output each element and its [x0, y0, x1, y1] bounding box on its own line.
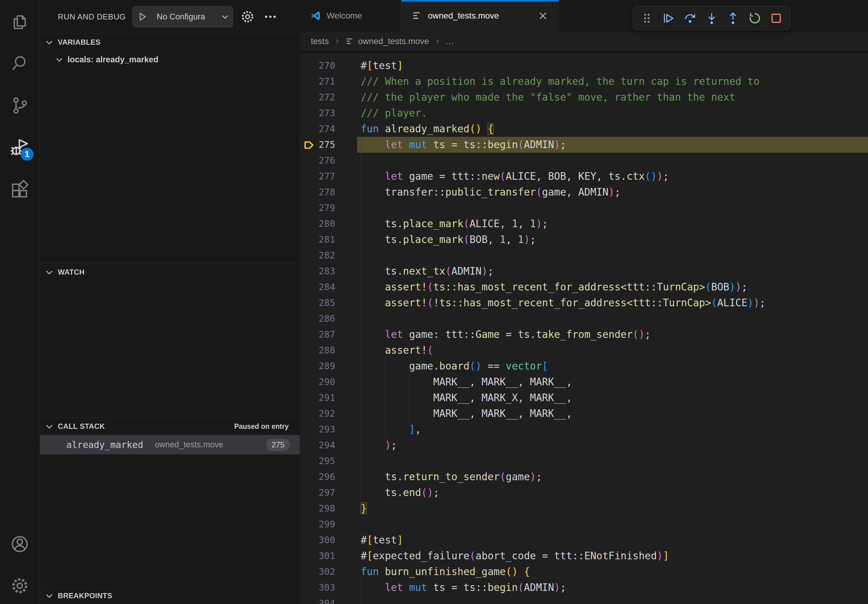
code-line-text[interactable]: ts.place_mark(BOB, 1, 1); [335, 232, 868, 248]
breakpoint-gutter[interactable] [300, 216, 317, 232]
start-debug-icon[interactable] [133, 12, 152, 22]
code-line-text[interactable] [335, 153, 868, 169]
watch-section-header[interactable]: WATCH [40, 264, 299, 281]
line-number[interactable]: 279 [317, 200, 335, 216]
breakpoint-gutter[interactable] [300, 105, 317, 121]
code-line-text[interactable]: ts.next_tx(ADMIN); [335, 263, 868, 279]
more-actions-icon[interactable] [263, 9, 277, 24]
line-number[interactable]: 286 [317, 311, 335, 327]
code-line-text[interactable]: MARK__, MARK__, MARK__, [335, 374, 868, 390]
code-line-text[interactable]: MARK__, MARK_X, MARK__, [335, 390, 868, 406]
code-line-text[interactable]: assert!(ts::has_most_recent_for_address<… [335, 279, 868, 295]
step-over-icon[interactable] [679, 9, 701, 28]
code-line-text[interactable]: let mut ts = ts::begin(ADMIN); [335, 580, 868, 595]
line-number[interactable]: 280 [317, 216, 335, 232]
variables-scope-locals[interactable]: locals: already_marked [40, 51, 299, 68]
line-number[interactable]: 288 [317, 342, 335, 358]
breakpoints-section-header[interactable]: BREAKPOINTS [40, 587, 299, 604]
breakpoint-gutter[interactable] [300, 595, 317, 604]
code-line-text[interactable] [335, 595, 868, 604]
line-number[interactable]: 271 [317, 74, 335, 90]
stack-frame-row[interactable]: already_marked owned_tests.move 275 [40, 435, 299, 454]
search-icon[interactable] [10, 54, 30, 74]
line-number[interactable]: 297 [317, 485, 335, 500]
line-number[interactable]: 287 [317, 327, 335, 342]
gripper-icon[interactable] [636, 9, 658, 28]
breakpoint-gutter[interactable] [300, 153, 317, 169]
code-line-text[interactable]: fun already_marked() { [335, 121, 868, 137]
tab-welcome[interactable]: Welcome [300, 0, 401, 32]
account-icon[interactable] [10, 534, 30, 554]
line-number[interactable]: 289 [317, 358, 335, 374]
breadcrumb-file[interactable]: owned_tests.move [345, 37, 429, 46]
line-number[interactable]: 299 [317, 516, 335, 532]
line-number[interactable]: 292 [317, 406, 335, 421]
debug-current-line-arrow-icon[interactable] [300, 137, 317, 153]
breakpoint-gutter[interactable] [300, 437, 317, 453]
breakpoint-gutter[interactable] [300, 406, 317, 421]
breakpoint-gutter[interactable] [300, 564, 317, 580]
code-line-text[interactable]: MARK__, MARK__, MARK__, [335, 406, 868, 421]
breakpoint-gutter[interactable] [300, 184, 317, 200]
stop-icon[interactable] [765, 9, 787, 28]
breakpoint-gutter[interactable] [300, 74, 317, 90]
breakpoint-gutter[interactable] [300, 327, 317, 342]
code-line-text[interactable]: } [335, 500, 868, 516]
variables-section-header[interactable]: VARIABLES [40, 34, 299, 51]
line-number[interactable]: 277 [317, 169, 335, 184]
breakpoint-gutter[interactable] [300, 532, 317, 548]
explorer-icon[interactable] [10, 12, 30, 32]
code-line-text[interactable]: ts.return_to_sender(game); [335, 469, 868, 485]
settings-gear-icon[interactable] [10, 576, 30, 596]
line-number[interactable]: 281 [317, 232, 335, 248]
breakpoint-gutter[interactable] [300, 232, 317, 248]
line-number[interactable]: 282 [317, 248, 335, 263]
breadcrumb-folder[interactable]: tests [311, 37, 329, 46]
code-line-text[interactable]: fun burn_unfinished_game() { [335, 564, 868, 580]
line-number[interactable]: 294 [317, 437, 335, 453]
tab-owned-tests-move[interactable]: owned_tests.move [401, 0, 559, 32]
code-line-text[interactable]: ts.end(); [335, 485, 868, 500]
breakpoint-gutter[interactable] [300, 58, 317, 74]
code-line-text[interactable] [335, 311, 868, 327]
code-line-text[interactable]: ts.place_mark(ALICE, 1, 1); [335, 216, 868, 232]
code-line-text[interactable]: /// player. [335, 105, 868, 121]
code-line-text[interactable]: #[expected_failure(abort_code = ttt::ENo… [335, 548, 868, 564]
line-number[interactable]: 302 [317, 564, 335, 580]
step-into-icon[interactable] [701, 9, 722, 28]
line-number[interactable]: 296 [317, 469, 335, 485]
code-line-text[interactable]: let game = ttt::new(ALICE, BOB, KEY, ts.… [335, 169, 868, 184]
code-line-text[interactable]: /// the player who made the "false" move… [335, 90, 868, 105]
code-area[interactable]: 270#[test]271/// When a position is alre… [300, 51, 868, 604]
code-line-text[interactable]: transfer::public_transfer(game, ADMIN); [335, 184, 868, 200]
line-number[interactable]: 274 [317, 121, 335, 137]
debug-config-dropdown[interactable]: No Configura [132, 6, 233, 27]
breakpoint-gutter[interactable] [300, 358, 317, 374]
line-number[interactable]: 304 [317, 595, 335, 604]
breadcrumb-more[interactable]: … [446, 37, 454, 46]
code-line-text[interactable] [335, 453, 868, 469]
line-number[interactable]: 284 [317, 279, 335, 295]
breakpoint-gutter[interactable] [300, 311, 317, 327]
extensions-icon[interactable] [10, 180, 30, 200]
line-number[interactable]: 303 [317, 580, 335, 595]
line-number[interactable]: 273 [317, 105, 335, 121]
code-line-text[interactable] [335, 248, 868, 263]
line-number[interactable]: 291 [317, 390, 335, 406]
code-line-text[interactable]: let mut ts = ts::begin(ADMIN); [335, 137, 868, 153]
line-number[interactable]: 285 [317, 295, 335, 311]
line-number[interactable]: 301 [317, 548, 335, 564]
breakpoint-gutter[interactable] [300, 485, 317, 500]
breakpoint-gutter[interactable] [300, 200, 317, 216]
breakpoint-gutter[interactable] [300, 295, 317, 311]
breakpoint-gutter[interactable] [300, 580, 317, 595]
close-tab-icon[interactable] [538, 11, 548, 21]
line-number[interactable]: 298 [317, 500, 335, 516]
breakpoint-gutter[interactable] [300, 342, 317, 358]
code-line-text[interactable]: ], [335, 421, 868, 437]
code-line-text[interactable]: assert!( [335, 342, 868, 358]
line-number[interactable]: 275 [317, 137, 335, 153]
call-stack-section-header[interactable]: CALL STACK Paused on entry [40, 418, 299, 435]
line-number[interactable]: 272 [317, 90, 335, 105]
breakpoint-gutter[interactable] [300, 169, 317, 184]
